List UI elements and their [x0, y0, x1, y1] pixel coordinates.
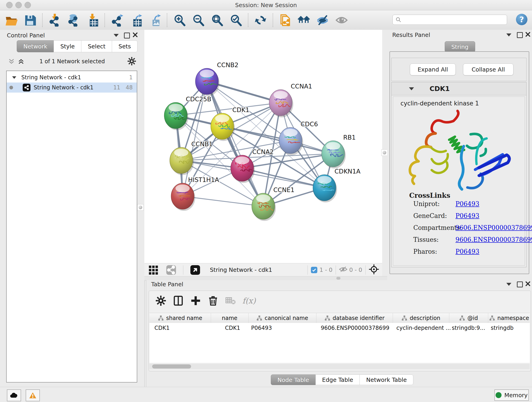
network-share-view-icon[interactable]: [165, 263, 178, 277]
panel-float-icon[interactable]: [517, 281, 523, 287]
node-CCNB1[interactable]: CCNB1: [170, 140, 213, 175]
save-session-icon[interactable]: [23, 13, 37, 27]
tab-sets[interactable]: Sets: [112, 40, 138, 52]
node-section-header[interactable]: CDK1: [392, 82, 526, 95]
toolbar-divider: [273, 13, 273, 27]
import-network-database-icon[interactable]: [66, 13, 81, 27]
crosslink-link[interactable]: 9606.ENSP00000378699: [456, 224, 532, 231]
table-cell[interactable]: CDK1: [225, 325, 240, 331]
table-row[interactable]: CDK1CDK1P064939606.ENSP00000378699cyclin…: [149, 323, 530, 333]
tab-node-table[interactable]: Node Table: [271, 375, 316, 385]
zoom-selected-icon[interactable]: [229, 13, 243, 27]
delete-table-icon[interactable]: [224, 294, 237, 307]
panel-float-icon[interactable]: [124, 32, 130, 38]
column-header-description[interactable]: description: [393, 313, 449, 323]
node-CCNA2[interactable]: CCNA2: [231, 148, 274, 183]
birds-eye-view-icon[interactable]: [189, 263, 202, 277]
column-header-database-identifier[interactable]: database identifier: [316, 313, 393, 323]
zoom-fit-icon[interactable]: [210, 13, 224, 27]
hide-selected-icon[interactable]: [316, 13, 330, 27]
tab-network[interactable]: Network: [17, 40, 54, 52]
edge-CCNB2-CCNE1[interactable]: [207, 81, 263, 206]
tab-string[interactable]: String: [445, 41, 475, 52]
network-canvas[interactable]: CCNB2CCNA1CDC25BCDK1CDC6RB1CCNB1CCNA2CDK…: [144, 30, 382, 263]
panel-close-icon[interactable]: [133, 32, 138, 38]
crosslink-link[interactable]: 9606.ENSP00000378699: [456, 236, 532, 243]
export-table-icon[interactable]: [129, 13, 143, 27]
node-CCNB2[interactable]: CCNB2: [196, 61, 239, 96]
panel-close-icon[interactable]: [525, 32, 531, 38]
show-all-icon[interactable]: [335, 13, 349, 27]
open-session-icon[interactable]: [4, 13, 18, 27]
tab-style[interactable]: Style: [54, 40, 81, 52]
right-splitter-handle[interactable]: [381, 149, 388, 156]
column-header-namespace[interactable]: namespace: [488, 313, 530, 323]
table-cell[interactable]: stringdb:9...: [452, 325, 485, 331]
crosslink-link[interactable]: P06493: [456, 200, 479, 207]
scrollbar-thumb[interactable]: [152, 364, 191, 369]
table-horizontal-scrollbar[interactable]: [149, 364, 530, 369]
zoom-in-icon[interactable]: [172, 13, 186, 27]
node-CDC6[interactable]: CDC6: [279, 121, 318, 155]
table-settings-gear-icon[interactable]: [154, 294, 167, 307]
import-table-icon[interactable]: [85, 13, 99, 27]
add-column-icon[interactable]: [189, 294, 202, 307]
panel-menu-icon[interactable]: [506, 283, 511, 286]
node-description: cyclin-dependent kinase 1: [400, 100, 479, 107]
column-header-name[interactable]: name: [211, 313, 249, 323]
column-header-shared-name[interactable]: shared name: [149, 313, 211, 323]
node-CCNA1[interactable]: CCNA1: [269, 83, 312, 117]
column-header--id[interactable]: @id: [449, 313, 488, 323]
table-cell[interactable]: CDK1: [154, 325, 170, 331]
tab-select[interactable]: Select: [81, 40, 112, 52]
panel-close-icon[interactable]: [525, 281, 531, 287]
refresh-layout-icon[interactable]: [253, 13, 268, 27]
crosslink-link[interactable]: P06493: [456, 212, 479, 219]
delete-column-icon[interactable]: [206, 294, 220, 307]
selected-checkbox-icon[interactable]: [311, 267, 317, 273]
collapse-all-button[interactable]: Collapse All: [463, 64, 513, 75]
search-input[interactable]: [403, 16, 507, 24]
share-session-icon[interactable]: [278, 13, 292, 27]
node-CCNE1[interactable]: CCNE1: [252, 186, 294, 221]
fit-selected-crosshair-icon[interactable]: [369, 264, 379, 276]
import-network-file-icon[interactable]: [48, 13, 62, 27]
splitter-handle[interactable]: [336, 277, 341, 280]
node-CDKN1A[interactable]: CDKN1A: [313, 168, 361, 202]
export-network-icon[interactable]: [110, 13, 124, 27]
search-box[interactable]: [393, 15, 507, 25]
left-splitter-handle[interactable]: [137, 204, 144, 211]
first-neighbors-icon[interactable]: [297, 13, 311, 27]
cloud-status-icon[interactable]: [7, 389, 21, 401]
export-image-icon[interactable]: [147, 13, 162, 27]
grid-view-icon[interactable]: [147, 263, 160, 277]
help-icon[interactable]: ?: [516, 14, 527, 25]
show-columns-icon[interactable]: [172, 294, 185, 307]
table-cell[interactable]: stringdb: [491, 325, 513, 331]
panel-float-icon[interactable]: [517, 32, 523, 38]
network-row-selected[interactable]: String Network - cdk1 11 48: [7, 83, 137, 93]
node-HIST1H1A[interactable]: HIST1H1A: [171, 176, 219, 211]
panel-menu-icon[interactable]: [114, 34, 119, 37]
hidden-count: 0 - 0: [349, 267, 362, 273]
function-builder-icon[interactable]: f(x): [242, 296, 256, 305]
disclosure-triangle-icon[interactable]: [409, 87, 414, 90]
hidden-eye-icon[interactable]: [339, 266, 347, 274]
memory-button[interactable]: Memory: [494, 389, 529, 401]
expand-all-button[interactable]: Expand All: [410, 64, 456, 75]
crosslink-link[interactable]: P06493: [456, 248, 479, 255]
tab-edge-table[interactable]: Edge Table: [316, 375, 360, 385]
zoom-out-icon[interactable]: [191, 13, 205, 27]
control-panel: Control Panel NetworkStyleSelectSets 1 o…: [0, 30, 145, 387]
node-RB1[interactable]: RB1: [322, 134, 355, 168]
network-collection-row[interactable]: String Network - cdk1 1: [7, 72, 137, 83]
table-cell[interactable]: P06493: [251, 325, 272, 331]
table-cell[interactable]: 9606.ENSP00000378699: [321, 325, 389, 331]
column-header-canonical-name[interactable]: canonical name: [248, 313, 317, 323]
table-cell[interactable]: cyclin-dependent ...: [396, 325, 451, 331]
tab-network-table[interactable]: Network Table: [360, 375, 413, 385]
warning-status-icon[interactable]: [26, 389, 40, 401]
control-panel-title: Control Panel: [7, 32, 45, 39]
network-options-gear-icon[interactable]: [127, 57, 136, 66]
panel-menu-icon[interactable]: [506, 33, 511, 36]
